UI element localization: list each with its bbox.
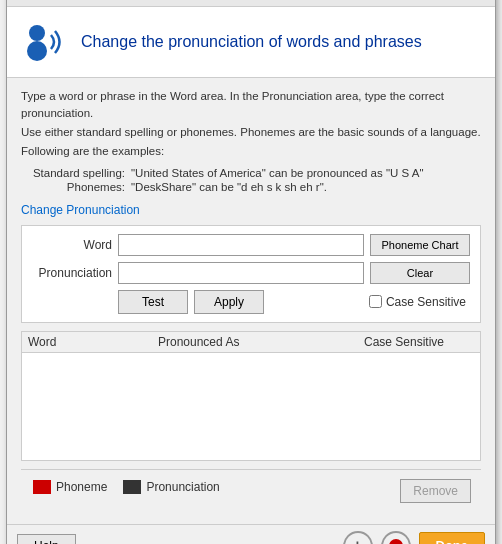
- done-button[interactable]: Done: [419, 532, 486, 545]
- case-sensitive-label: Case Sensitive: [386, 295, 466, 309]
- main-window: Pronunciation - Microsoft Huihui Desktop…: [6, 0, 496, 544]
- add-icon[interactable]: +: [343, 531, 373, 545]
- svg-point-0: [29, 25, 45, 41]
- test-apply-group: Test Apply: [118, 290, 264, 314]
- legend-pronunciation: Pronunciation: [123, 480, 219, 494]
- record-icon[interactable]: [381, 531, 411, 545]
- case-sensitive-checkbox[interactable]: [369, 295, 382, 308]
- examples-section: Standard spelling: "United States of Ame…: [21, 167, 481, 193]
- word-label: Word: [32, 238, 112, 252]
- col-case-header: Case Sensitive: [364, 335, 474, 349]
- remove-button[interactable]: Remove: [400, 479, 471, 503]
- record-inner-dot: [389, 539, 403, 545]
- footer-right-group: + Done: [343, 531, 486, 545]
- phoneme-color-box: [33, 480, 51, 494]
- main-content: Type a word or phrase in the Word area. …: [7, 78, 495, 524]
- change-pronunciation-link[interactable]: Change Pronunciation: [21, 203, 140, 217]
- description-line2: Use either standard spelling or phonemes…: [21, 124, 481, 141]
- pronunciation-table: Word Pronounced As Case Sensitive: [21, 331, 481, 461]
- svg-point-1: [27, 41, 47, 61]
- footer-bar: Help + Done: [7, 524, 495, 545]
- standard-value: "United States of America" can be pronou…: [131, 167, 424, 179]
- pronunciation-color-box: [123, 480, 141, 494]
- phoneme-chart-button[interactable]: Phoneme Chart: [370, 234, 470, 256]
- pronunciation-input[interactable]: [118, 262, 364, 284]
- action-buttons-row: Test Apply Case Sensitive: [32, 290, 470, 314]
- dialog-title: Change the pronunciation of words and ph…: [81, 33, 422, 51]
- col-pronounced-header: Pronounced As: [158, 335, 364, 349]
- apply-button[interactable]: Apply: [194, 290, 264, 314]
- description-line1: Type a word or phrase in the Word area. …: [21, 88, 481, 123]
- speaker-icon: [19, 17, 69, 67]
- legend-row: Phoneme Pronunciation: [31, 476, 222, 498]
- word-row: Word Phoneme Chart: [32, 234, 470, 256]
- standard-label: Standard spelling:: [21, 167, 131, 179]
- word-input[interactable]: [118, 234, 364, 256]
- example-standard: Standard spelling: "United States of Ame…: [21, 167, 481, 179]
- test-button[interactable]: Test: [118, 290, 188, 314]
- example-phonemes: Phonemes: "DeskShare" can be "d eh s k s…: [21, 181, 481, 193]
- table-header: Word Pronounced As Case Sensitive: [22, 332, 480, 353]
- header-area: Change the pronunciation of words and ph…: [7, 7, 495, 78]
- col-word-header: Word: [28, 335, 158, 349]
- clear-button[interactable]: Clear: [370, 262, 470, 284]
- legend-phoneme: Phoneme: [33, 480, 107, 494]
- phoneme-legend-label: Phoneme: [56, 480, 107, 494]
- pronunciation-legend-label: Pronunciation: [146, 480, 219, 494]
- pronunciation-row: Pronunciation Clear: [32, 262, 470, 284]
- phonemes-label: Phonemes:: [21, 181, 131, 193]
- pronunciation-label: Pronunciation: [32, 266, 112, 280]
- legend-remove-bar: Phoneme Pronunciation Remove: [21, 469, 481, 514]
- phonemes-value: "DeskShare" can be "d eh s k sh eh r".: [131, 181, 327, 193]
- help-button[interactable]: Help: [17, 534, 76, 545]
- form-section: Word Phoneme Chart Pronunciation Clear T…: [21, 225, 481, 323]
- table-body: [22, 353, 480, 453]
- case-sensitive-group: Case Sensitive: [369, 295, 466, 309]
- description-line3: Following are the examples:: [21, 143, 481, 160]
